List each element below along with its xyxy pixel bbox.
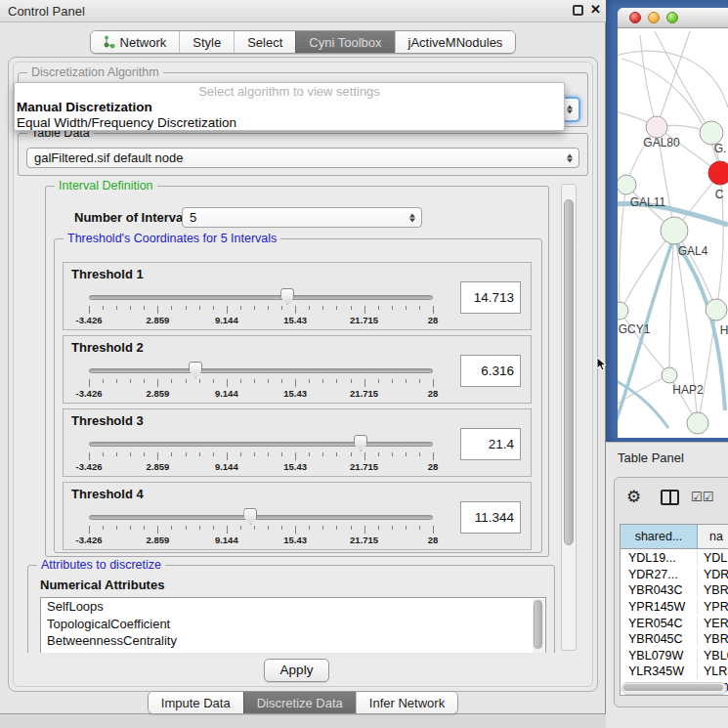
tab-discretize-data[interactable]: Discretize Data: [243, 692, 356, 713]
slider-track[interactable]: [89, 515, 433, 520]
tick-label: 2.859: [128, 388, 187, 399]
cell-name: YER0: [698, 617, 728, 630]
network-edge[interactable]: [655, 31, 711, 133]
tick-mark: [171, 379, 172, 383]
apply-button[interactable]: Apply: [264, 659, 329, 682]
network-node-label: H: [720, 323, 728, 337]
dropdown-hint-item[interactable]: Select algorithm to view settings: [15, 84, 564, 100]
table-row[interactable]: YBR043CYBR0: [621, 582, 728, 599]
tick-mark: [281, 379, 282, 383]
threshold-value-field[interactable]: 6.316: [460, 355, 521, 387]
list-item[interactable]: TopologicalCoefficient: [41, 616, 545, 633]
network-node-label: GAL4: [678, 244, 708, 258]
network-edge[interactable]: [618, 242, 672, 438]
slider-track[interactable]: [89, 295, 433, 300]
tick-mark: [157, 452, 158, 460]
network-edge[interactable]: [640, 35, 657, 127]
table-row[interactable]: YER054CYER0: [621, 615, 728, 631]
threshold-value-field[interactable]: 14.713: [460, 281, 521, 314]
dropdown-option[interactable]: Manual Discretization: [17, 100, 560, 115]
slider-thumb[interactable]: [189, 362, 202, 378]
tab-impute-data[interactable]: Impute Data: [149, 692, 243, 713]
control-panel-titlebar[interactable]: Control Panel ✕: [0, 0, 606, 22]
tick-mark: [116, 526, 117, 530]
tab-style[interactable]: Style: [179, 31, 234, 53]
list-item[interactable]: BetweennessCentrality: [41, 632, 545, 650]
tick-label: 21.715: [335, 315, 394, 325]
column-header-shared-name[interactable]: shared...: [621, 525, 698, 549]
table-row[interactable]: YLR345WYLR3: [621, 664, 728, 680]
tick-mark: [295, 452, 296, 460]
checkboxes-icon[interactable]: ☑☑: [691, 490, 713, 504]
network-node[interactable]: [661, 217, 688, 244]
list-item[interactable]: SelfLoops: [41, 598, 545, 616]
number-of-intervals-value: 5: [190, 210, 196, 225]
table-row[interactable]: YDL19...YDL1: [621, 550, 728, 567]
network-canvas[interactable]: GAL80G.CGAL11GAL4GCY1HHAP2: [618, 27, 728, 438]
slider-track[interactable]: [89, 368, 433, 373]
tick-mark: [186, 452, 187, 456]
columns-icon[interactable]: [661, 490, 679, 505]
network-edge[interactable]: [618, 376, 668, 428]
tick-mark: [130, 306, 131, 310]
tick-mark: [240, 379, 241, 383]
slider-thumb[interactable]: [243, 508, 257, 525]
cell-shared-name: YLR345W: [621, 664, 698, 678]
tick-label: 28: [404, 461, 462, 472]
threshold-value-field[interactable]: 11.344: [460, 501, 521, 534]
network-node[interactable]: [646, 116, 667, 138]
tab-select[interactable]: Select: [234, 31, 295, 53]
number-of-intervals-combobox[interactable]: 5: [182, 207, 422, 228]
table-row[interactable]: YBL079WYBL0: [621, 648, 728, 664]
network-edge[interactable]: [620, 311, 669, 375]
tab-jactivemnodules[interactable]: jActiveMNodules: [395, 31, 516, 53]
tab-network[interactable]: Network: [91, 31, 180, 53]
table-data-combobox[interactable]: galFiltered.sif default node: [26, 148, 579, 168]
tick-mark: [186, 306, 187, 310]
thresholds-coordinates-group: Threshold's Coordinates for 5 Intervals …: [54, 238, 542, 553]
zoom-traffic-light-icon[interactable]: [666, 12, 678, 23]
network-edge[interactable]: [621, 59, 720, 173]
tick-mark: [157, 379, 158, 387]
network-node[interactable]: [687, 412, 708, 434]
network-window-titlebar[interactable]: [618, 8, 728, 28]
table-horizontal-scrollbar[interactable]: [621, 682, 727, 695]
tick-mark: [322, 379, 323, 383]
tick-mark: [351, 379, 352, 383]
tab-infer-network[interactable]: Infer Network: [356, 692, 457, 713]
threshold-value-field[interactable]: 21.4: [460, 428, 521, 460]
hscrollbar-thumb[interactable]: [623, 684, 723, 691]
minimize-traffic-light-icon[interactable]: [648, 12, 660, 23]
slider-thumb[interactable]: [280, 288, 294, 305]
tick-mark: [392, 452, 393, 456]
numerical-attributes-list[interactable]: SelfLoopsTopologicalCoefficientBetweenne…: [40, 597, 546, 653]
close-traffic-light-icon[interactable]: [629, 12, 641, 23]
float-window-icon[interactable]: [573, 5, 583, 16]
settings-vertical-scrollbar[interactable]: [561, 184, 577, 651]
network-node[interactable]: [662, 367, 677, 383]
network-node[interactable]: [706, 299, 727, 321]
network-node[interactable]: [618, 302, 628, 320]
dropdown-option[interactable]: Equal Width/Frequency Discretization: [17, 115, 560, 131]
vscrollbar-thumb[interactable]: [534, 600, 542, 649]
tab-cyni-toolbox[interactable]: Cyni Toolbox: [295, 31, 394, 53]
cell-shared-name: YBR043C: [621, 583, 698, 597]
tab-label: Style: [193, 35, 221, 50]
network-node[interactable]: [618, 175, 636, 194]
table-row[interactable]: YDR27...YDR2: [621, 567, 728, 583]
tick-mark: [392, 306, 393, 310]
column-header-name[interactable]: na: [698, 525, 728, 549]
close-icon[interactable]: ✕: [590, 2, 601, 17]
attributes-list-scrollbar[interactable]: [533, 599, 544, 653]
vscrollbar-thumb[interactable]: [564, 199, 574, 545]
control-panel-tabs: NetworkStyleSelectCyni ToolboxjActiveMNo…: [0, 30, 606, 54]
slider-thumb[interactable]: [354, 435, 367, 451]
slider-track[interactable]: [89, 442, 433, 447]
table-row[interactable]: YBR045CYBR0: [621, 631, 728, 648]
tick-mark: [322, 306, 323, 310]
table-row[interactable]: YPR145WYPR1: [621, 599, 728, 616]
gear-icon[interactable]: ⚙: [626, 487, 641, 507]
network-node[interactable]: [708, 161, 728, 185]
network-edge[interactable]: [618, 51, 728, 107]
threshold-title: Threshold 2: [71, 340, 144, 355]
